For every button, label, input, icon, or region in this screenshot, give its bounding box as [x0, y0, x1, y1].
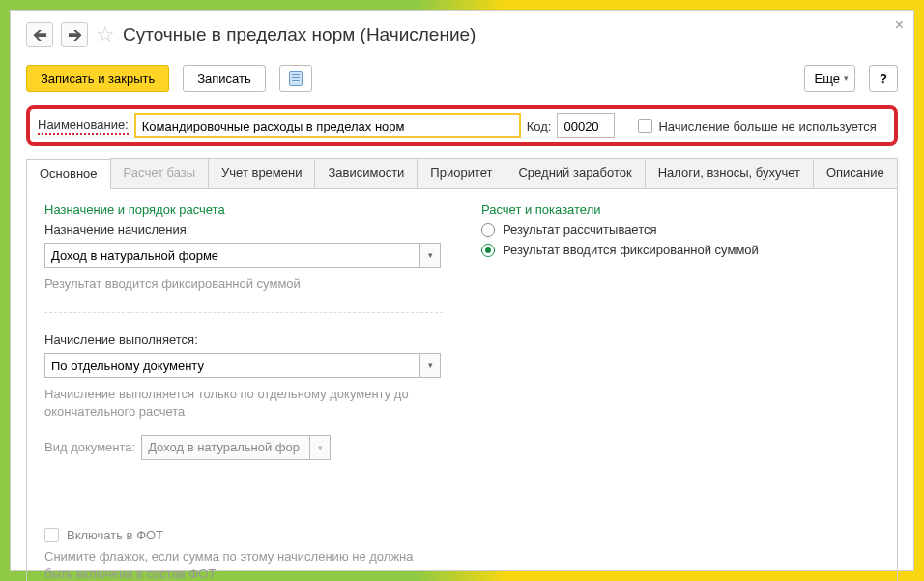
radio-fixed[interactable]: Результат вводится фиксированной суммой: [481, 243, 880, 257]
include-fot-hint: Снимите флажок, если сумма по этому начи…: [44, 548, 443, 581]
tab-priority[interactable]: Приоритет: [417, 158, 505, 188]
assignment-dropdown-button[interactable]: ▾: [419, 243, 441, 268]
radio-calculated-label: Результат рассчитывается: [503, 222, 657, 237]
nav-forward-button[interactable]: 🡲: [61, 22, 88, 47]
title-bar: 🡰 🡲 ☆ Суточные в пределах норм (Начислен…: [26, 22, 898, 47]
name-input[interactable]: [134, 113, 521, 138]
more-button[interactable]: Еще▾: [804, 65, 855, 92]
tab-taxes[interactable]: Налоги, взносы, бухучет: [645, 158, 814, 188]
tab-time-tracking[interactable]: Учет времени: [208, 158, 315, 188]
tab-base-calc[interactable]: Расчет базы: [110, 158, 210, 188]
name-label: Наименование:: [38, 117, 129, 135]
chevron-down-icon: ▾: [844, 73, 849, 83]
assignment-select[interactable]: [44, 243, 419, 268]
not-used-label: Начисление больше не используется: [658, 119, 876, 133]
execution-dropdown-button[interactable]: ▾: [419, 353, 441, 378]
report-button[interactable]: [279, 65, 312, 92]
toolbar: Записать и закрыть Записать Еще▾ ?: [26, 65, 898, 92]
nav-back-button[interactable]: 🡰: [26, 22, 53, 47]
help-button[interactable]: ?: [869, 65, 898, 92]
radio-fixed-label: Результат вводится фиксированной суммой: [503, 243, 759, 257]
close-icon[interactable]: ×: [895, 16, 904, 34]
left-column: Назначение и порядок расчета Назначение …: [44, 202, 443, 581]
execution-label: Начисление выполняется:: [44, 333, 443, 347]
assignment-label: Назначение начисления:: [44, 222, 443, 237]
tab-avg-earnings[interactable]: Средний заработок: [505, 158, 645, 188]
tabs-bar: Основное Расчет базы Учет времени Зависи…: [26, 158, 898, 189]
page-title: Суточные в пределах норм (Начисление): [123, 24, 476, 45]
tab-dependencies[interactable]: Зависимости: [314, 158, 418, 188]
tab-description[interactable]: Описание: [813, 158, 898, 188]
include-fot-checkbox[interactable]: [44, 528, 59, 542]
document-icon: [289, 71, 303, 86]
execution-hint: Начисление выполняется только по отдельн…: [44, 386, 443, 421]
divider: [44, 312, 443, 313]
code-label: Код:: [527, 119, 552, 133]
tab-body-main: Назначение и порядок расчета Назначение …: [26, 189, 898, 581]
code-input[interactable]: [557, 113, 615, 138]
assignment-hint: Результат вводится фиксированной суммой: [44, 276, 443, 293]
save-button[interactable]: Записать: [183, 65, 266, 92]
section-purpose-title: Назначение и порядок расчета: [44, 202, 443, 217]
name-code-row: Наименование: Код: Начисление больше не …: [26, 105, 898, 146]
not-used-checkbox[interactable]: [638, 119, 652, 133]
radio-icon: [481, 244, 495, 257]
save-and-close-button[interactable]: Записать и закрыть: [26, 65, 169, 92]
execution-select[interactable]: [44, 353, 419, 378]
doc-type-select[interactable]: [141, 435, 309, 460]
section-calc-title: Расчет и показатели: [481, 202, 880, 217]
radio-icon: [481, 223, 495, 237]
right-column: Расчет и показатели Результат рассчитыва…: [481, 202, 880, 581]
radio-calculated[interactable]: Результат рассчитывается: [481, 222, 880, 237]
tab-main[interactable]: Основное: [26, 159, 111, 189]
include-fot-label: Включать в ФОТ: [67, 528, 163, 542]
doc-type-dropdown-button[interactable]: ▾: [309, 435, 331, 460]
favorite-star-icon[interactable]: ☆: [96, 22, 115, 47]
doc-type-label: Вид документа:: [44, 440, 135, 454]
